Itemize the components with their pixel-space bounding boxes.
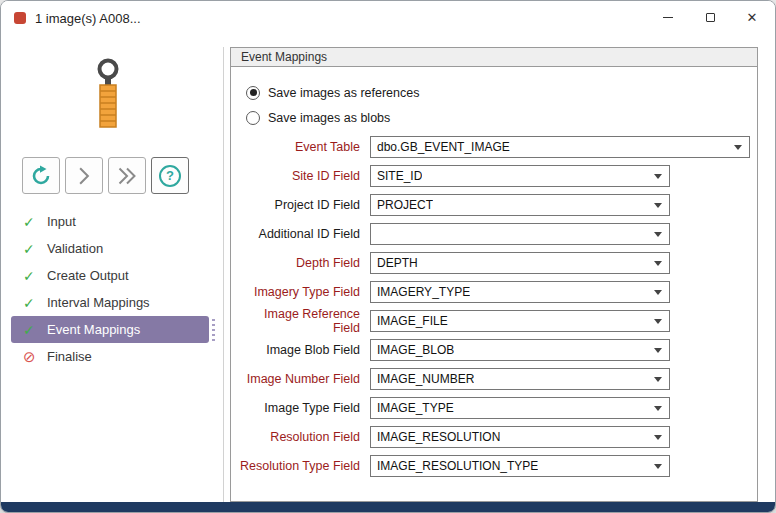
field-label: Site ID Field [237,169,360,183]
check-icon: ✓ [23,323,47,337]
field-row-resolution-type: Resolution Type Field IMAGE_RESOLUTION_T… [231,451,757,480]
image-reference-field-dropdown[interactable]: IMAGE_FILE [370,310,670,332]
field-label: Resolution Type Field [237,459,360,473]
radio-unselected-icon [246,111,260,125]
field-label: Additional ID Field [237,227,360,241]
field-row-resolution: Resolution Field IMAGE_RESOLUTION [231,422,757,451]
field-row-image-number: Image Number Field IMAGE_NUMBER [231,364,757,393]
check-icon: ✓ [23,215,47,229]
refresh-button[interactable] [22,157,60,194]
close-button[interactable]: ✕ [731,2,773,32]
field-row-image-reference: Image Reference Field IMAGE_FILE [231,306,757,335]
check-icon: ✓ [23,296,47,310]
window-controls: ✕ [647,2,773,32]
field-row-event-table: Event Table dbo.GB_EVENT_IMAGE [231,132,757,161]
image-number-field-dropdown[interactable]: IMAGE_NUMBER [370,368,670,390]
project-id-field-dropdown[interactable]: PROJECT [370,194,670,216]
field-row-project-id: Project ID Field PROJECT [231,190,757,219]
field-label: Event Table [237,140,360,154]
field-row-depth: Depth Field DEPTH [231,248,757,277]
wizard-window: 1 image(s) A008... ✕ [0,0,776,513]
imagery-type-field-dropdown[interactable]: IMAGERY_TYPE [370,281,670,303]
save-mode-radio-group: Save images as references Save images as… [246,80,419,130]
dropdown-arrow-icon [654,406,662,411]
field-label: Depth Field [237,256,360,270]
event-mappings-panel: Event Mappings Save images as references… [230,47,758,502]
field-row-image-blob: Image Blob Field IMAGE_BLOB [231,335,757,364]
step-create-output[interactable]: ✓ Create Output [11,262,209,289]
help-icon: ? [159,165,181,187]
depth-field-dropdown[interactable]: DEPTH [370,252,670,274]
radio-save-as-references[interactable]: Save images as references [246,80,419,105]
field-label: Resolution Field [237,430,360,444]
steps-scroll-grip[interactable] [212,319,215,344]
step-label: Input [47,214,76,229]
field-row-image-type: Image Type Field IMAGE_TYPE [231,393,757,422]
run-button[interactable] [65,157,103,194]
window-title: 1 image(s) A008... [35,11,141,26]
dropdown-arrow-icon [654,174,662,179]
site-id-field-dropdown[interactable]: SITE_ID [370,165,670,187]
dropdown-arrow-icon [654,232,662,237]
step-event-mappings[interactable]: ✓ Event Mappings [11,316,209,343]
field-label: Image Blob Field [237,343,360,357]
step-interval-mappings[interactable]: ✓ Interval Mappings [11,289,209,316]
image-type-field-dropdown[interactable]: IMAGE_TYPE [370,397,670,419]
blocked-icon: ⊘ [23,349,47,364]
dropdown-arrow-icon [654,290,662,295]
additional-id-field-dropdown[interactable] [370,223,670,245]
maximize-button[interactable] [689,2,731,32]
dropdown-arrow-icon [654,319,662,324]
step-label: Validation [47,241,103,256]
vertical-divider [223,47,224,503]
field-label: Image Type Field [237,401,360,415]
field-label: Imagery Type Field [237,285,360,299]
borehole-tool-icon [85,57,131,135]
radio-save-as-blobs[interactable]: Save images as blobs [246,105,419,130]
wizard-steps-list: ✓ Input ✓ Validation ✓ Create Output ✓ I… [11,208,209,370]
check-icon: ✓ [23,269,47,283]
help-button[interactable]: ? [151,157,189,194]
step-label: Interval Mappings [47,295,150,310]
wizard-toolbar: ? [22,157,189,194]
dropdown-arrow-icon [734,145,742,150]
radio-label: Save images as references [268,86,419,100]
dropdown-arrow-icon [654,261,662,266]
dropdown-arrow-icon [654,435,662,440]
app-icon [14,12,26,24]
resolution-field-dropdown[interactable]: IMAGE_RESOLUTION [370,426,670,448]
panel-title: Event Mappings [231,48,757,67]
image-blob-field-dropdown[interactable]: IMAGE_BLOB [370,339,670,361]
radio-selected-icon [246,86,260,100]
maximize-icon [706,13,715,22]
step-validation[interactable]: ✓ Validation [11,235,209,262]
field-label: Image Reference Field [237,307,360,335]
step-input[interactable]: ✓ Input [11,208,209,235]
field-row-site-id: Site ID Field SITE_ID [231,161,757,190]
step-label: Create Output [47,268,129,283]
field-row-imagery-type: Imagery Type Field IMAGERY_TYPE [231,277,757,306]
mapping-fields: Event Table dbo.GB_EVENT_IMAGE Site ID F… [231,132,757,480]
double-chevron-right-icon [117,167,137,185]
bottom-status-bar [1,502,775,512]
minimize-icon [663,17,673,18]
check-icon: ✓ [23,242,47,256]
close-icon: ✕ [747,10,758,25]
dropdown-arrow-icon [654,377,662,382]
field-label: Image Number Field [237,372,360,386]
minimize-button[interactable] [647,2,689,32]
step-finalise[interactable]: ⊘ Finalise [11,343,209,370]
dropdown-arrow-icon [654,464,662,469]
dropdown-arrow-icon [654,348,662,353]
step-label: Finalise [47,349,92,364]
dropdown-arrow-icon [654,203,662,208]
radio-label: Save images as blobs [268,111,390,125]
run-all-button[interactable] [108,157,146,194]
refresh-icon [29,164,53,188]
field-row-additional-id: Additional ID Field [231,219,757,248]
event-table-dropdown[interactable]: dbo.GB_EVENT_IMAGE [370,136,750,158]
field-label: Project ID Field [237,198,360,212]
resolution-type-field-dropdown[interactable]: IMAGE_RESOLUTION_TYPE [370,455,670,477]
step-label: Event Mappings [47,322,140,337]
chevron-right-icon [77,167,91,185]
